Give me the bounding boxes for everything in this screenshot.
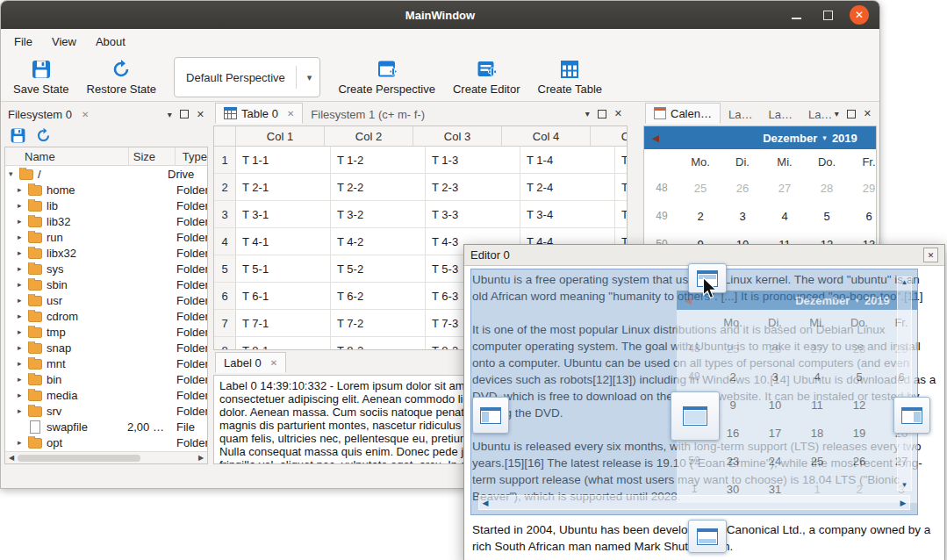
save-state-button[interactable]: Save State <box>13 59 69 96</box>
expander-icon[interactable]: ▸ <box>18 296 28 305</box>
calendar-date[interactable]: 27 <box>764 182 806 195</box>
scrollbar-thumb[interactable] <box>18 455 140 462</box>
table-row-header[interactable]: 1 <box>214 147 236 173</box>
expander-icon[interactable]: ▸ <box>18 233 28 241</box>
tree-row[interactable]: ▸libx32Folder <box>5 245 207 261</box>
tree-column-header[interactable]: Type <box>176 147 207 165</box>
table-column-header[interactable]: Col 2 <box>325 126 413 146</box>
expander-icon[interactable]: ▾ <box>9 169 19 178</box>
restore-icon[interactable] <box>35 127 52 144</box>
table-column-header[interactable]: Col 5 <box>591 126 628 146</box>
table-cell[interactable]: T 3-4 <box>520 201 615 227</box>
tab-filesystem-1-c-m-f[interactable]: Filesystem 1 (c+ m- f-) <box>303 104 433 124</box>
table-cell[interactable]: T 5-2 <box>331 255 426 282</box>
expander-icon[interactable]: ▸ <box>18 217 28 226</box>
table-cell[interactable]: T 2-5 <box>615 174 628 200</box>
tree-row[interactable]: ▸usrFolder <box>5 292 207 308</box>
table-row-header[interactable]: 3 <box>214 201 236 227</box>
expander-icon[interactable]: ▸ <box>18 248 28 257</box>
table-cell[interactable]: T 7-1 <box>236 310 331 336</box>
table-cell[interactable]: T 7-2 <box>331 310 426 336</box>
table-cell[interactable]: T 3-5 <box>615 201 628 227</box>
table-column-header[interactable]: Col 4 <box>502 126 591 146</box>
table-cell[interactable]: T 1-1 <box>236 147 331 173</box>
expander-icon[interactable]: ▸ <box>18 438 28 447</box>
close-dock-icon[interactable]: ✕ <box>864 108 872 119</box>
table-row-header[interactable]: 8 <box>214 337 236 350</box>
table-cell[interactable]: T 8-2 <box>331 337 426 350</box>
table-row-header[interactable]: 7 <box>214 310 236 336</box>
table-row-header[interactable]: 6 <box>214 283 236 309</box>
tree-row[interactable]: ▸mediaFolder <box>5 387 207 403</box>
expander-icon[interactable]: ▸ <box>18 359 28 368</box>
expander-icon[interactable]: ▸ <box>18 312 28 320</box>
menu-item-file[interactable]: File <box>4 31 42 53</box>
save-icon[interactable] <box>10 127 26 144</box>
table-cell[interactable]: T 5-1 <box>236 255 331 282</box>
close-dock-icon[interactable]: ✕ <box>197 109 204 120</box>
expander-icon[interactable]: ▸ <box>18 327 28 336</box>
tree-row[interactable]: ▸runFolder <box>5 229 207 245</box>
tree-row[interactable]: swapfile2,00 …File <box>5 419 207 434</box>
table-cell[interactable]: T 4-1 <box>236 228 331 255</box>
tab-label-0[interactable]: Label 0 ✕ <box>215 352 286 373</box>
table-column-header[interactable]: Col 1 <box>236 126 325 146</box>
tree-row[interactable]: ▸srvFolder <box>5 403 207 419</box>
tree-row[interactable]: ▾/Drive <box>5 166 207 182</box>
table-cell[interactable]: T 1-3 <box>426 147 520 173</box>
expander-icon[interactable]: ▸ <box>18 406 28 415</box>
menu-item-view[interactable]: View <box>42 31 86 53</box>
calendar-date[interactable]: 29 <box>848 182 877 195</box>
close-dock-icon[interactable]: ✕ <box>614 108 622 119</box>
table-cell[interactable]: T 6-1 <box>236 283 331 309</box>
close-tab-icon[interactable]: ✕ <box>287 109 294 118</box>
float-dock-icon[interactable] <box>847 110 856 118</box>
tree-row[interactable]: ▸homeFolder <box>5 182 207 197</box>
close-button[interactable] <box>850 5 869 25</box>
dock-menu-icon[interactable]: ▾ <box>585 109 590 118</box>
tree-row[interactable]: ▸binFolder <box>5 371 207 387</box>
close-tab-icon[interactable]: ✕ <box>270 358 277 368</box>
maximize-button[interactable] <box>818 5 837 25</box>
tree-column-header[interactable]: Name <box>5 147 129 165</box>
table-cell[interactable]: T 1-2 <box>331 147 426 173</box>
previous-month-button[interactable]: ◀ <box>652 133 659 144</box>
tree-row[interactable]: ▸sbinFolder <box>5 276 207 292</box>
close-window-icon[interactable]: ✕ <box>923 248 938 262</box>
tree-column-header[interactable]: Size <box>129 147 176 165</box>
expander-icon[interactable]: ▸ <box>18 264 28 273</box>
table-cell[interactable]: T 3-1 <box>236 201 331 227</box>
table-cell[interactable]: T 6-2 <box>331 283 426 309</box>
tree-row[interactable]: ▸sysFolder <box>5 261 207 276</box>
calendar-date[interactable]: 28 <box>806 182 848 195</box>
minimize-button[interactable] <box>786 5 806 25</box>
table-cell[interactable]: T 2-3 <box>426 174 520 200</box>
table-cell[interactable]: T 8-1 <box>236 337 331 350</box>
table-cell[interactable]: T 3-3 <box>426 201 520 227</box>
menu-item-about[interactable]: About <box>86 31 135 53</box>
expander-icon[interactable]: ▸ <box>18 201 28 210</box>
tab-la-2[interactable]: La… <box>760 104 800 124</box>
dock-menu-icon[interactable]: ▾ <box>835 109 839 118</box>
calendar-date[interactable]: 26 <box>721 182 764 195</box>
dock-drop-indicator-left[interactable] <box>472 397 509 434</box>
tree-row[interactable]: ▸lib32Folder <box>5 213 207 229</box>
dock-drop-indicator-right[interactable] <box>893 397 930 434</box>
table-row-header[interactable]: 4 <box>214 228 236 255</box>
calendar-date[interactable]: 3 <box>721 210 764 223</box>
expander-icon[interactable]: ▸ <box>18 185 28 194</box>
tree-row[interactable]: ▸optFolder <box>5 434 207 450</box>
table-cell[interactable]: T 1-5 <box>615 147 628 173</box>
close-tab-icon[interactable]: ✕ <box>82 110 89 119</box>
float-dock-icon[interactable] <box>598 110 606 118</box>
dock-drop-indicator-center[interactable] <box>671 391 720 441</box>
scroll-left-arrow-icon[interactable]: ◀ <box>5 454 18 462</box>
horizontal-scrollbar[interactable]: ◀ ▶ <box>5 451 207 463</box>
expander-icon[interactable]: ▸ <box>18 343 28 352</box>
calendar-date[interactable]: 6 <box>848 210 877 223</box>
tab-table-0[interactable]: Table 0✕ <box>215 103 303 124</box>
table-cell[interactable]: T 2-4 <box>520 174 615 200</box>
table-cell[interactable]: T 4-2 <box>331 228 426 255</box>
tree-row[interactable]: ▸cdromFolder <box>5 308 207 324</box>
dock-menu-icon[interactable]: ▾ <box>168 110 172 119</box>
